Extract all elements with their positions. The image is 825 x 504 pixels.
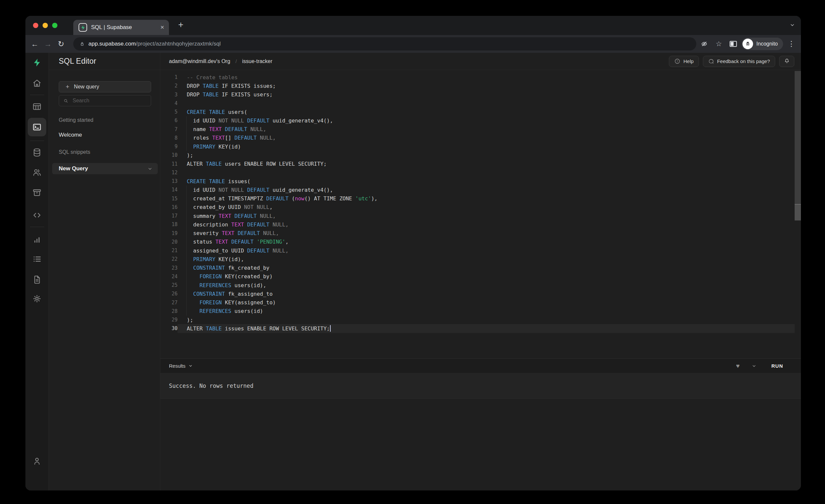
- eye-off-icon[interactable]: [698, 38, 710, 50]
- run-button[interactable]: RUN: [771, 363, 783, 369]
- code-line-1[interactable]: 1-- Create tables: [160, 73, 795, 81]
- code-line-29[interactable]: 29);: [160, 315, 795, 324]
- nav-account[interactable]: [31, 455, 43, 467]
- code-line-7[interactable]: 7 name TEXT DEFAULT NULL,: [160, 125, 795, 134]
- code-icon: [32, 210, 42, 220]
- code-line-15[interactable]: 15 created_at TIMESTAMPTZ DEFAULT (now()…: [160, 195, 795, 203]
- search-box[interactable]: [59, 95, 151, 106]
- nav-table-editor[interactable]: [31, 101, 43, 112]
- nav-api[interactable]: [31, 210, 43, 221]
- code-line-13[interactable]: 13CREATE TABLE issues(: [160, 177, 795, 186]
- sql-editor[interactable]: 1-- Create tables2DROP TABLE IF EXISTS i…: [160, 70, 801, 358]
- scrollbar-thumb[interactable]: [795, 71, 801, 204]
- minimize-window-button[interactable]: [43, 23, 48, 28]
- code-line-8[interactable]: 8 roles TEXT[] DEFAULT NULL,: [160, 134, 795, 142]
- code-line-12[interactable]: 12: [160, 168, 795, 177]
- code-line-24[interactable]: 24 FOREIGN KEY(created_by): [160, 272, 795, 281]
- tab-search-chevron-icon[interactable]: [790, 22, 795, 28]
- results-tab[interactable]: Results: [169, 363, 193, 369]
- nav-settings[interactable]: [31, 293, 43, 304]
- list-icon: [32, 254, 42, 264]
- line-number: 20: [160, 239, 177, 245]
- forward-button[interactable]: →: [41, 40, 55, 49]
- rail-divider: [30, 95, 44, 95]
- code-line-30[interactable]: 30ALTER TABLE issues ENABLE ROW LEVEL SE…: [160, 324, 795, 333]
- code-line-19[interactable]: 19 severity TEXT DEFAULT NULL,: [160, 229, 795, 238]
- code-line-28[interactable]: 28 REFERENCES users(id): [160, 307, 795, 315]
- code-line-6[interactable]: 6 id UUID NOT NULL DEFAULT uuid_generate…: [160, 116, 795, 125]
- line-number: 30: [160, 326, 177, 332]
- nav-docs[interactable]: [31, 274, 43, 285]
- line-number: 9: [160, 144, 177, 149]
- code-line-3[interactable]: 3DROP TABLE IF EXISTS users;: [160, 90, 795, 99]
- url-bar[interactable]: app.supabase.com/project/azahtnhqohyjerz…: [73, 37, 696, 51]
- line-number: 22: [160, 256, 177, 262]
- line-number: 11: [160, 161, 177, 167]
- code-line-22[interactable]: 22 PRIMARY KEY(id),: [160, 255, 795, 264]
- nav-reports[interactable]: [31, 234, 43, 245]
- users-icon: [32, 167, 42, 177]
- close-window-button[interactable]: [33, 23, 38, 28]
- side-panel-icon[interactable]: [727, 38, 740, 50]
- feedback-button[interactable]: Feedback on this page?: [703, 56, 775, 67]
- sql-editor-sidebar: SQL Editor + New query Getting started W: [49, 53, 160, 491]
- notifications-bell-icon[interactable]: [779, 56, 794, 67]
- code-line-27[interactable]: 27 FOREIGN KEY(assigned_to): [160, 298, 795, 307]
- code-line-16[interactable]: 16 created_by UUID NOT NULL,: [160, 203, 795, 212]
- code-line-25[interactable]: 25 REFERENCES users(id),: [160, 281, 795, 289]
- breadcrumb-project[interactable]: issue-tracker: [242, 58, 273, 64]
- help-button[interactable]: ? Help: [669, 56, 699, 67]
- nav-home[interactable]: [31, 78, 43, 89]
- code-line-11[interactable]: 11ALTER TABLE users ENABLE ROW LEVEL SEC…: [160, 160, 795, 168]
- line-number: 19: [160, 230, 177, 236]
- browser-tab[interactable]: SQL | Supabase ✕: [73, 20, 169, 35]
- line-number: 1: [160, 74, 177, 80]
- line-number: 29: [160, 317, 177, 323]
- nav-logs[interactable]: [31, 254, 43, 265]
- new-query-button[interactable]: + New query: [59, 81, 151, 92]
- sidebar-item-welcome[interactable]: Welcome: [59, 132, 150, 138]
- close-tab-icon[interactable]: ✕: [160, 24, 164, 30]
- zoom-window-button[interactable]: [52, 23, 57, 28]
- new-tab-button[interactable]: +: [178, 20, 183, 29]
- code-line-9[interactable]: 9 PRIMARY KEY(id): [160, 142, 795, 151]
- supabase-app: SQL Editor + New query Getting started W: [25, 53, 801, 491]
- code-line-4[interactable]: 4: [160, 99, 795, 107]
- nav-sql-editor[interactable]: [28, 118, 46, 136]
- line-number: 16: [160, 204, 177, 210]
- code-line-2[interactable]: 2DROP TABLE IF EXISTS issues;: [160, 81, 795, 90]
- line-number: 17: [160, 213, 177, 219]
- nav-authentication[interactable]: [31, 167, 43, 178]
- code-line-21[interactable]: 21 assigned_to UUID DEFAULT NULL,: [160, 246, 795, 255]
- terminal-icon: [32, 122, 42, 132]
- code-line-5[interactable]: 5CREATE TABLE users(: [160, 107, 795, 116]
- chart-icon: [32, 235, 42, 245]
- search-input[interactable]: [72, 97, 147, 104]
- reload-button[interactable]: ↻: [55, 40, 68, 49]
- line-number: 3: [160, 92, 177, 98]
- scrollbar-thumb[interactable]: [795, 205, 801, 220]
- code-line-17[interactable]: 17 summary TEXT DEFAULT NULL,: [160, 212, 795, 220]
- lock-icon: [79, 41, 85, 47]
- line-number: 15: [160, 196, 177, 202]
- favorite-heart-icon[interactable]: ♥: [736, 362, 740, 370]
- browser-menu-icon[interactable]: ⋮: [785, 38, 798, 50]
- incognito-badge: Incognito: [742, 38, 783, 50]
- line-number: 24: [160, 274, 177, 280]
- breadcrumb-org[interactable]: adam@windmill.dev's Org: [169, 58, 230, 64]
- code-line-20[interactable]: 20 status TEXT DEFAULT 'PENDING',: [160, 238, 795, 246]
- code-line-23[interactable]: 23 CONSTRAINT fk_created_by: [160, 264, 795, 272]
- sidebar-item-new-query[interactable]: New Query: [52, 163, 158, 174]
- code-line-18[interactable]: 18 description TEXT DEFAULT NULL,: [160, 220, 795, 229]
- nav-storage[interactable]: [31, 187, 43, 198]
- back-button[interactable]: ←: [28, 40, 41, 49]
- bookmark-star-icon[interactable]: ☆: [712, 38, 725, 50]
- code-line-10[interactable]: 10);: [160, 151, 795, 159]
- code-line-26[interactable]: 26 CONSTRAINT fk_assigned_to: [160, 289, 795, 298]
- text-cursor: [330, 325, 331, 332]
- nav-database[interactable]: [31, 147, 43, 158]
- save-chevron-icon[interactable]: [752, 364, 756, 368]
- page-scrollbar[interactable]: [795, 71, 801, 220]
- code-line-14[interactable]: 14 id UUID NOT NULL DEFAULT uuid_generat…: [160, 186, 795, 194]
- results-output: Success. No rows returned: [160, 373, 801, 399]
